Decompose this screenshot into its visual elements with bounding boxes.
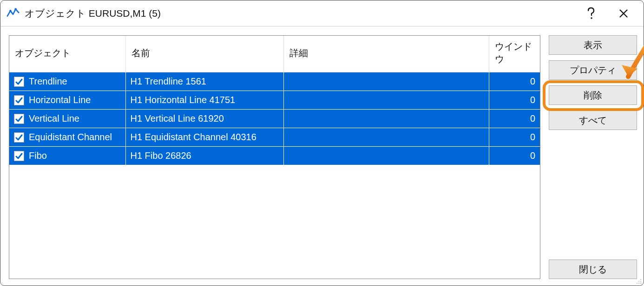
- close-button[interactable]: 閉じる: [549, 260, 637, 279]
- svg-point-12: [640, 283, 641, 284]
- all-button-label: すべて: [579, 114, 607, 127]
- side-buttons: 表示 プロパティ 削除 すべて 閉じる: [549, 35, 637, 279]
- table-row[interactable]: FiboH1 Fibo 268260: [9, 147, 540, 165]
- row-checkbox[interactable]: [14, 95, 24, 105]
- row-object-label: Vertical Line: [29, 113, 79, 124]
- row-window: 0: [489, 147, 540, 165]
- delete-button[interactable]: 削除: [549, 85, 637, 105]
- row-object-label: Horizontal Line: [29, 95, 91, 105]
- show-button-label: 表示: [584, 39, 602, 52]
- row-window: 0: [489, 110, 540, 128]
- delete-button-label: 削除: [584, 89, 602, 102]
- client-area: オブジェクト 名前 詳細 ウインドウ TrendlineH1 Trendline…: [0, 27, 644, 286]
- table-row[interactable]: Horizontal LineH1 Horizontal Line 417510: [9, 91, 540, 110]
- svg-point-2: [14, 8, 17, 10]
- svg-point-11: [638, 283, 639, 284]
- row-checkbox[interactable]: [14, 114, 24, 124]
- svg-point-10: [637, 283, 637, 284]
- table-row[interactable]: TrendlineH1 Trendline 15610: [9, 72, 540, 91]
- row-detail: [283, 128, 489, 147]
- row-name: H1 Equidistant Channel 40316: [125, 128, 283, 147]
- col-header-window[interactable]: ウインドウ: [489, 36, 540, 72]
- row-detail: [283, 147, 489, 165]
- row-detail: [283, 91, 489, 110]
- help-button[interactable]: [575, 1, 607, 26]
- resize-grip-icon[interactable]: [635, 277, 642, 284]
- svg-point-8: [638, 281, 639, 282]
- row-name: H1 Horizontal Line 41751: [125, 91, 283, 110]
- close-button-label: 閉じる: [579, 263, 607, 276]
- row-checkbox[interactable]: [14, 132, 24, 143]
- row-detail: [283, 72, 489, 91]
- objects-list[interactable]: オブジェクト 名前 詳細 ウインドウ TrendlineH1 Trendline…: [9, 35, 540, 279]
- svg-point-9: [640, 281, 641, 282]
- show-button[interactable]: 表示: [549, 35, 637, 55]
- row-object-label: Equidistant Channel: [29, 132, 112, 143]
- row-checkbox[interactable]: [14, 77, 24, 87]
- properties-button[interactable]: プロパティ: [549, 60, 637, 80]
- row-checkbox[interactable]: [14, 151, 24, 161]
- col-header-name[interactable]: 名前: [125, 36, 283, 72]
- objects-table: オブジェクト 名前 詳細 ウインドウ TrendlineH1 Trendline…: [9, 36, 540, 165]
- svg-point-1: [9, 10, 12, 12]
- row-window: 0: [489, 72, 540, 91]
- col-header-object[interactable]: オブジェクト: [9, 36, 125, 72]
- row-name: H1 Vertical Line 61920: [125, 110, 283, 128]
- col-header-detail[interactable]: 詳細: [283, 36, 489, 72]
- app-chart-icon: [6, 6, 20, 20]
- row-name: H1 Trendline 1561: [125, 72, 283, 91]
- all-button[interactable]: すべて: [549, 110, 637, 130]
- row-name: H1 Fibo 26826: [125, 147, 283, 165]
- properties-button-label: プロパティ: [570, 64, 616, 77]
- row-object-label: Fibo: [29, 150, 47, 161]
- row-window: 0: [489, 91, 540, 110]
- table-row[interactable]: Vertical LineH1 Vertical Line 619200: [9, 110, 540, 128]
- row-detail: [283, 110, 489, 128]
- svg-point-3: [591, 17, 592, 19]
- titlebar: オブジェクト EURUSD,M1 (5): [0, 0, 644, 26]
- row-object-label: Trendline: [29, 76, 67, 87]
- table-row[interactable]: Equidistant ChannelH1 Equidistant Channe…: [9, 128, 540, 147]
- objects-dialog: オブジェクト EURUSD,M1 (5) オブジェクト: [0, 0, 644, 286]
- svg-point-7: [640, 279, 641, 280]
- window-title: オブジェクト EURUSD,M1 (5): [25, 7, 575, 20]
- close-window-button[interactable]: [607, 1, 640, 26]
- table-header-row[interactable]: オブジェクト 名前 詳細 ウインドウ: [9, 36, 540, 72]
- row-window: 0: [489, 128, 540, 147]
